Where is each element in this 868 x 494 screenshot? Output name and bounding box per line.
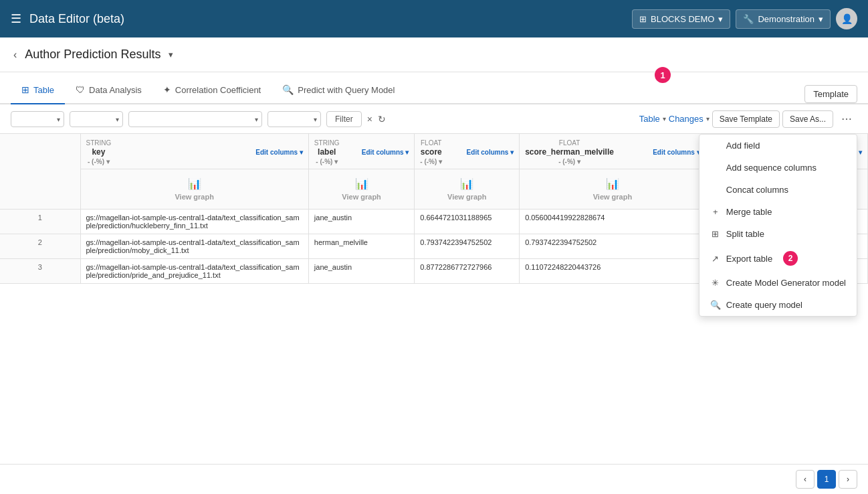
tab-correlation[interactable]: ✦ Correlation Coefficient: [152, 76, 272, 104]
refresh-icon[interactable]: ↻: [378, 114, 386, 125]
row-1-key: gs://magellan-iot-sample-us-central1-dat…: [80, 210, 308, 234]
tab-data-analysis[interactable]: 🛡 Data Analysis: [65, 76, 152, 104]
hamburger-menu-icon[interactable]: ☰: [11, 11, 21, 26]
menu-add-field[interactable]: Add field: [699, 135, 857, 157]
tab-correlation-label: Correlation Coefficient: [175, 85, 261, 95]
col-key-graph[interactable]: 📊 View graph: [81, 169, 308, 209]
col-label-filter: - (-%) ▾: [316, 158, 338, 165]
menu-export-table[interactable]: ↗ Export table 2: [699, 245, 857, 272]
column-select-2[interactable]: [70, 111, 123, 127]
blocks-demo-chevron-icon: ▾: [718, 14, 723, 24]
tab-predict[interactable]: 🔍 Predict with Query Model: [272, 76, 405, 104]
query-icon: 🔍: [710, 300, 721, 310]
row-1-score-herman: 0.056004419922828674: [520, 210, 706, 234]
col-label-name: label: [318, 147, 336, 157]
model-gen-icon: ✳: [710, 278, 721, 288]
menu-add-sequence[interactable]: Add sequence columns: [699, 157, 857, 179]
back-button[interactable]: ‹: [11, 46, 19, 64]
edit-col-herman-button[interactable]: Edit columns ▾: [653, 149, 700, 156]
row-num-2: 2: [0, 234, 80, 259]
column-select-4[interactable]: [267, 111, 321, 127]
col-key-name: key: [92, 147, 105, 157]
add-sequence-label: Add sequence columns: [726, 163, 817, 173]
row-3-key: gs://magellan-iot-sample-us-central1-dat…: [80, 259, 308, 284]
column-select-3[interactable]: [128, 111, 262, 127]
edit-col-label-button[interactable]: Edit columns ▾: [362, 149, 409, 156]
avatar-icon: 👤: [841, 13, 853, 24]
row-num-header: [0, 134, 80, 210]
demonstration-chevron-icon: ▾: [819, 14, 823, 24]
view-graph-herman-label: View graph: [593, 193, 632, 201]
template-button[interactable]: Template: [804, 85, 857, 103]
user-avatar[interactable]: 👤: [836, 8, 857, 29]
demonstration-button[interactable]: 🔧 Demonstration ▾: [736, 9, 831, 29]
pagination-next-button[interactable]: ›: [839, 470, 857, 489]
col-herman-filter-chevron[interactable]: ▾: [577, 158, 580, 165]
table-area: Add field Add sequence columns Concat co…: [0, 134, 868, 494]
page-title-dropdown-icon[interactable]: ▾: [169, 50, 173, 60]
badge-1: 1: [655, 67, 671, 83]
pagination-prev-button[interactable]: ‹: [796, 470, 815, 489]
table-label: Table: [639, 114, 660, 124]
changes-dropdown[interactable]: Changes ▾: [669, 114, 710, 124]
menu-split-table[interactable]: ⊞ Split table: [699, 223, 857, 245]
col-score-name: score: [421, 147, 442, 157]
table-dropdown[interactable]: Table ▾: [639, 114, 666, 124]
col-header-key: STRING key - (-%) ▾ Edit columns ▾: [80, 134, 308, 210]
col-label-filter-chevron[interactable]: ▾: [334, 158, 338, 165]
app-header: ☰ Data Editor (beta) ⊞ BLOCKS DEMO ▾ 🔧 D…: [0, 0, 868, 37]
more-options-icon[interactable]: ⋯: [836, 110, 857, 128]
save-template-button[interactable]: Save Template: [712, 110, 780, 128]
table-chevron-icon: ▾: [663, 115, 666, 122]
graph-icon-label: 📊: [355, 177, 368, 190]
data-analysis-tab-icon: 🛡: [76, 84, 85, 95]
edit-col-key-button[interactable]: Edit columns ▾: [255, 149, 303, 156]
menu-concat-columns[interactable]: Concat columns: [699, 179, 857, 201]
correlation-tab-icon: ✦: [163, 84, 171, 95]
pagination: ‹ 1 ›: [0, 464, 868, 494]
blocks-demo-button[interactable]: ⊞ BLOCKS DEMO ▾: [632, 9, 730, 29]
col-key-type: STRING: [86, 139, 112, 147]
blocks-icon: ⊞: [639, 14, 647, 24]
demonstration-label: Demonstration: [758, 14, 815, 24]
clear-filter-icon[interactable]: ×: [367, 114, 372, 125]
col-key-filter: - (-%) ▾: [88, 158, 110, 165]
blocks-demo-label: BLOCKS DEMO: [651, 14, 714, 24]
tabs-right: Template: [804, 85, 857, 103]
header-actions: ⊞ BLOCKS DEMO ▾ 🔧 Demonstration ▾ 👤: [632, 8, 857, 29]
row-2-score-herman: 0.7937422394752502: [520, 234, 706, 259]
tab-table[interactable]: ⊞ Table: [11, 76, 65, 104]
main-content: ‹ Author Prediction Results ▾ ⊞ Table 🛡 …: [0, 37, 868, 494]
col-score-filter-chevron[interactable]: ▾: [439, 158, 442, 165]
menu-create-model-gen[interactable]: ✳ Create Model Generator model: [699, 272, 857, 294]
tab-data-analysis-label: Data Analysis: [89, 85, 142, 95]
col-score-graph[interactable]: 📊 View graph: [415, 169, 519, 209]
col-header-score-herman: FLOAT score_herman_melville - (-%) ▾ Edi…: [520, 134, 706, 210]
row-3-score: 0.8772286772727966: [415, 259, 520, 284]
graph-icon-key: 📊: [188, 177, 201, 190]
app-title: Data Editor (beta): [29, 12, 624, 26]
col-score-type: FLOAT: [421, 139, 441, 147]
col-header-score: FLOAT score - (-%) ▾ Edit columns ▾: [415, 134, 520, 210]
menu-create-query[interactable]: 🔍 Create query model: [699, 294, 857, 316]
concat-label: Concat columns: [726, 185, 788, 195]
save-as-button[interactable]: Save As...: [782, 110, 833, 128]
row-2-label: herman_melville: [308, 234, 414, 259]
col-label-type: STRING: [314, 139, 340, 147]
row-3-label: jane_austin: [308, 259, 414, 284]
row-1-label: jane_austin: [308, 210, 414, 234]
filter-button[interactable]: Filter: [326, 111, 362, 127]
pagination-page-1-button[interactable]: 1: [817, 470, 836, 489]
model-gen-label: Create Model Generator model: [726, 278, 846, 288]
col-label-graph[interactable]: 📊 View graph: [309, 169, 414, 209]
export-icon: ↗: [710, 254, 721, 264]
col-header-label: STRING label - (-%) ▾ Edit columns ▾: [308, 134, 414, 210]
row-2-score: 0.7937422394752502: [415, 234, 520, 259]
menu-merge-table[interactable]: + Merge table: [699, 201, 857, 223]
row-num-3: 3: [0, 259, 80, 284]
column-select-1[interactable]: [11, 111, 64, 127]
edit-col-score-button[interactable]: Edit columns ▾: [467, 149, 514, 156]
col-herman-graph[interactable]: 📊 View graph: [520, 169, 706, 209]
col-key-filter-chevron[interactable]: ▾: [106, 158, 110, 165]
row-3-score-herman: 0.11072248220443726: [520, 259, 706, 284]
